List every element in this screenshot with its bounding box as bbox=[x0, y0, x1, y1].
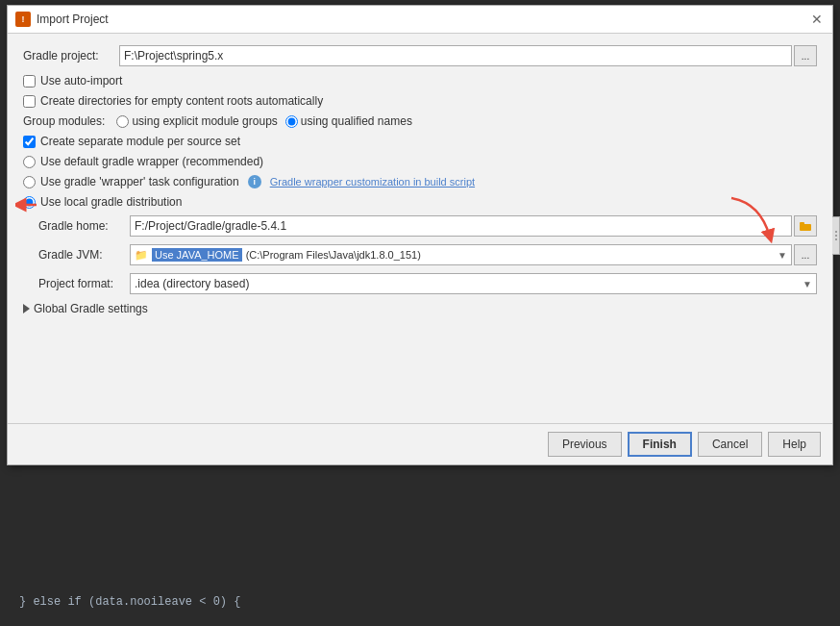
cancel-button[interactable]: Cancel bbox=[698, 432, 762, 457]
create-separate-checkbox[interactable] bbox=[23, 136, 36, 148]
auto-import-row: Use auto-import bbox=[23, 74, 817, 88]
group-radio2[interactable] bbox=[285, 115, 298, 128]
create-dirs-label: Create directories for empty content roo… bbox=[40, 94, 323, 108]
create-dirs-row: Create directories for empty content roo… bbox=[23, 94, 817, 108]
group-label2: using qualified names bbox=[301, 114, 412, 128]
expand-triangle-icon bbox=[23, 304, 30, 313]
gradle-jvm-row: Gradle JVM: 📁 Use JAVA_HOME (C:\Program … bbox=[38, 244, 817, 265]
jvm-path: (C:\Program Files\Java\jdk1.8.0_151) bbox=[246, 249, 421, 261]
group-radio1[interactable] bbox=[116, 115, 129, 128]
dialog-content: Gradle project: ... Use auto-import Crea… bbox=[8, 34, 832, 327]
group-modules-row: Group modules: using explicit module gro… bbox=[23, 114, 817, 128]
close-button[interactable]: ✕ bbox=[809, 12, 825, 27]
import-project-dialog: ! Import Project ✕ Gradle project: ... U… bbox=[7, 5, 833, 465]
default-wrapper-row: Use default gradle wrapper (recommended) bbox=[23, 155, 817, 168]
create-separate-label: Create separate module per source set bbox=[40, 135, 240, 148]
code-background: } else if (data.nooileave < 0) { bbox=[0, 578, 840, 626]
auto-import-checkbox[interactable] bbox=[23, 75, 36, 88]
gradle-jvm-select[interactable]: 📁 Use JAVA_HOME (C:\Program Files\Java\j… bbox=[130, 244, 792, 265]
group-modules-label: Group modules: bbox=[23, 114, 105, 128]
jvm-browse-button[interactable]: ... bbox=[794, 244, 817, 265]
gradle-jvm-label: Gradle JVM: bbox=[38, 248, 130, 262]
group-option1: using explicit module groups bbox=[116, 114, 277, 128]
create-separate-row: Create separate module per source set bbox=[23, 135, 817, 148]
project-format-row: Project format: .idea (directory based) … bbox=[38, 273, 817, 294]
gradle-home-input[interactable] bbox=[130, 215, 792, 237]
jvm-folder-icon: 📁 bbox=[135, 249, 148, 262]
group-label1: using explicit module groups bbox=[132, 114, 277, 128]
code-text: } else if (data.nooileave < 0) { bbox=[19, 595, 240, 609]
dialog-title: Import Project bbox=[37, 13, 109, 26]
wrapper-task-radio[interactable] bbox=[23, 176, 36, 188]
gradle-home-label: Gradle home: bbox=[38, 219, 130, 233]
local-gradle-label: Use local gradle distribution bbox=[40, 195, 182, 209]
default-wrapper-label: Use default gradle wrapper (recommended) bbox=[40, 155, 263, 168]
gradle-home-browse[interactable] bbox=[794, 215, 817, 237]
svg-rect-0 bbox=[800, 224, 811, 231]
gradle-project-input[interactable] bbox=[119, 45, 792, 66]
info-icon: i bbox=[248, 175, 261, 188]
project-format-value: .idea (directory based) bbox=[135, 277, 799, 290]
local-gradle-row: Use local gradle distribution bbox=[23, 195, 817, 209]
title-bar: ! Import Project ✕ bbox=[8, 6, 832, 34]
gradle-home-row: Gradle home: bbox=[38, 215, 817, 237]
jvm-highlight: Use JAVA_HOME bbox=[152, 248, 242, 262]
format-dropdown-arrow: ▼ bbox=[803, 279, 812, 289]
create-dirs-checkbox[interactable] bbox=[23, 95, 36, 108]
gradle-project-row: Gradle project: ... bbox=[23, 45, 817, 66]
gradle-project-label: Gradle project: bbox=[23, 49, 119, 63]
svg-rect-1 bbox=[800, 222, 804, 225]
project-format-label: Project format: bbox=[38, 277, 130, 290]
global-gradle-row[interactable]: Global Gradle settings bbox=[23, 302, 817, 315]
browse-button[interactable]: ... bbox=[794, 45, 817, 66]
auto-import-label: Use auto-import bbox=[40, 74, 122, 88]
help-button[interactable]: Help bbox=[768, 432, 821, 457]
app-icon: ! bbox=[15, 12, 31, 27]
wrapper-info-text[interactable]: Gradle wrapper customization in build sc… bbox=[270, 176, 475, 188]
wrapper-task-label: Use gradle 'wrapper' task configuration bbox=[40, 175, 239, 188]
global-gradle-label: Global Gradle settings bbox=[34, 302, 148, 315]
wrapper-task-row: Use gradle 'wrapper' task configuration … bbox=[23, 175, 817, 188]
local-gradle-radio[interactable] bbox=[23, 196, 36, 209]
resize-handle[interactable] bbox=[832, 216, 840, 255]
project-format-select[interactable]: .idea (directory based) ▼ bbox=[130, 273, 817, 294]
finish-button[interactable]: Finish bbox=[628, 432, 692, 457]
group-option2: using qualified names bbox=[285, 114, 412, 128]
bottom-bar: Previous Finish Cancel Help bbox=[8, 423, 832, 464]
jvm-dropdown-arrow: ▼ bbox=[778, 250, 787, 261]
previous-button[interactable]: Previous bbox=[548, 432, 622, 457]
default-wrapper-radio[interactable] bbox=[23, 156, 36, 168]
